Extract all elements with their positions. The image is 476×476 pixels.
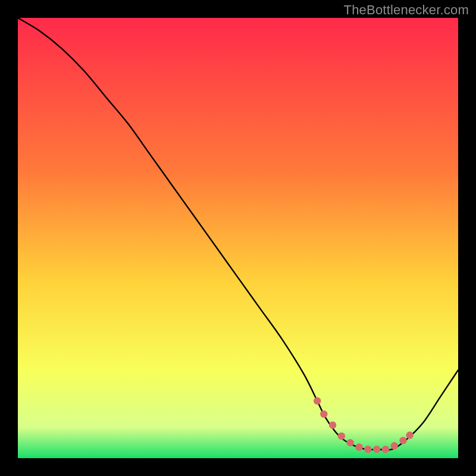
optimal-marker <box>329 421 336 428</box>
optimal-marker <box>373 446 380 453</box>
chart-svg <box>18 18 458 458</box>
optimal-marker <box>314 397 321 405</box>
optimal-marker <box>347 439 354 446</box>
plot-area <box>18 18 458 458</box>
optimal-marker <box>406 431 413 439</box>
optimal-marker <box>399 437 406 444</box>
attribution-label: TheBottlenecker.com <box>344 2 469 18</box>
optimal-marker <box>320 411 327 418</box>
optimal-marker <box>391 442 398 449</box>
optimal-marker <box>364 446 371 453</box>
optimal-marker <box>355 443 362 450</box>
optimal-marker <box>382 446 389 453</box>
optimal-marker <box>338 433 345 440</box>
chart-container: TheBottlenecker.com <box>0 0 476 476</box>
gradient-background <box>18 18 458 458</box>
